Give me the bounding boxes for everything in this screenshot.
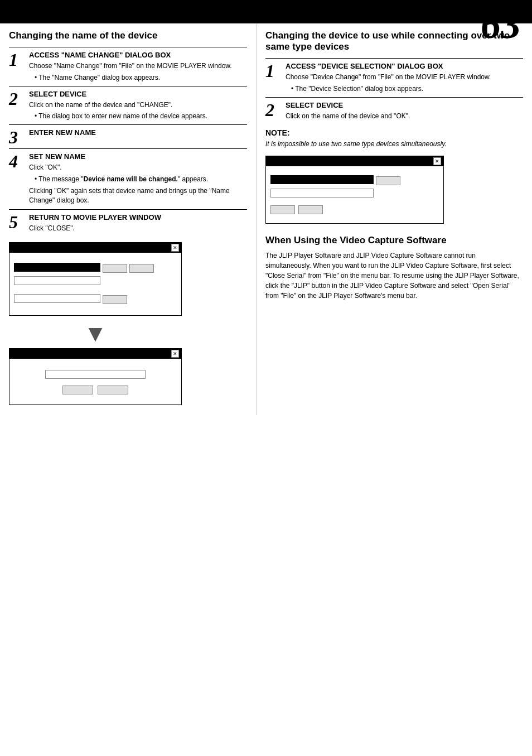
right-step-1-body: Choose "Device Change" from "File" on th… <box>286 73 523 82</box>
step-5-number: 5 <box>9 213 25 231</box>
top-bar <box>0 0 532 23</box>
step-1-content: ACCESS "NAME CHANGE" DIALOG BOX Choose "… <box>29 51 247 84</box>
fake-listbox-1[interactable] <box>14 263 100 272</box>
dialog-row-1 <box>14 263 177 274</box>
dialog-titlebar-2: ✕ <box>9 349 181 359</box>
fake-btn-right-3[interactable] <box>298 205 323 214</box>
left-column: Changing the name of the device 1 ACCESS… <box>0 23 257 415</box>
step-1: 1 ACCESS "NAME CHANGE" DIALOG BOX Choose… <box>9 47 247 84</box>
dialog-close-btn-right[interactable]: ✕ <box>433 157 441 165</box>
fake-btn-ok[interactable] <box>103 295 127 304</box>
step-5-content: RETURN TO MOVIE PLAYER WINDOW Click "CLO… <box>29 213 247 235</box>
step-3-content: ENTER NEW NAME <box>29 128 247 139</box>
right-step-2-number: 2 <box>265 101 281 119</box>
right-step-1-bullet-1: The "Device Selection" dialog box appear… <box>286 84 523 94</box>
step-5-heading: RETURN TO MOVIE PLAYER WINDOW <box>29 213 247 221</box>
dialog-row-2 <box>14 294 177 305</box>
right-column: Changing the device to use while connect… <box>257 23 532 415</box>
step-1-number: 1 <box>9 51 25 69</box>
fake-btn-right-2[interactable] <box>270 205 295 214</box>
step-2-bullet-1: The dialog box to enter new name of the … <box>29 112 247 121</box>
step-4-bullet-1: The message "Device name will be changed… <box>29 175 247 184</box>
dialog-body-right <box>266 166 443 223</box>
right-step-2: 2 SELECT DEVICE Click on the name of the… <box>265 97 523 123</box>
left-dialog-area: ✕ <box>9 242 247 408</box>
fake-input-right-1[interactable] <box>270 189 374 198</box>
note-title: NOTE: <box>265 128 523 137</box>
dialog-buttons-2 <box>62 386 128 394</box>
step-4: 4 SET NEW NAME Click "OK". The message "… <box>9 148 247 207</box>
arrow-down: ▼ <box>9 320 182 347</box>
dialog-inner-2 <box>14 370 177 394</box>
step-4-extra: Clicking "OK" again sets that device nam… <box>29 186 247 205</box>
note-body: It is impossible to use two same type de… <box>265 139 523 149</box>
right-step-1-number: 1 <box>265 62 281 80</box>
dialog-titlebar-right: ✕ <box>266 156 443 166</box>
dialog-body-1 <box>9 253 181 315</box>
fake-input-3[interactable] <box>45 370 146 379</box>
fake-input-1[interactable] <box>14 276 100 285</box>
step-5: 5 RETURN TO MOVIE PLAYER WINDOW Click "C… <box>9 209 247 235</box>
dialog-body-2 <box>9 359 181 405</box>
fake-btn-cancel[interactable] <box>98 386 128 394</box>
step-1-heading: ACCESS "NAME CHANGE" DIALOG BOX <box>29 51 247 59</box>
right-step-2-content: SELECT DEVICE Click on the name of the d… <box>286 101 523 123</box>
step-3: 3 ENTER NEW NAME <box>9 124 247 146</box>
right-step-1: 1 ACCESS "DEVICE SELECTION" DIALOG BOX C… <box>265 58 523 95</box>
step-3-number: 3 <box>9 128 25 146</box>
right-step-1-content: ACCESS "DEVICE SELECTION" DIALOG BOX Cho… <box>286 62 523 95</box>
dialog-row-right-1 <box>270 175 439 186</box>
step-5-body: Click "CLOSE". <box>29 224 247 233</box>
dialog-close-btn-2[interactable]: ✕ <box>171 350 179 358</box>
note-section: NOTE: It is impossible to use two same t… <box>265 128 523 149</box>
when-using-body: The JLIP Player Software and JLIP Video … <box>265 251 523 301</box>
step-2-body: Click on the name of the device and "CHA… <box>29 100 247 110</box>
step-4-heading: SET NEW NAME <box>29 152 247 161</box>
dialog-name-change-2: ✕ <box>9 348 182 405</box>
step-2-number: 2 <box>9 90 25 108</box>
fake-listbox-right[interactable] <box>270 175 374 184</box>
right-step-2-body: Click on the name of the device and "OK"… <box>286 112 523 121</box>
dialog-close-btn-1[interactable]: ✕ <box>171 244 179 252</box>
main-container: Changing the name of the device 1 ACCESS… <box>0 23 532 415</box>
step-4-number: 4 <box>9 152 25 170</box>
dialog-titlebar-1: ✕ <box>9 243 181 253</box>
dialog-buttons-right-bottom <box>270 205 439 214</box>
step-3-heading: ENTER NEW NAME <box>29 128 247 137</box>
fake-btn-change[interactable] <box>103 264 127 273</box>
fake-btn-right-1[interactable] <box>376 176 400 185</box>
page-number: 63 <box>481 4 521 45</box>
fake-btn-ok2[interactable] <box>62 386 93 394</box>
right-dialog-area: ✕ <box>265 156 523 224</box>
dialog-device-selection: ✕ <box>265 156 444 224</box>
dialog-name-change: ✕ <box>9 242 182 316</box>
step-4-content: SET NEW NAME Click "OK". The message "De… <box>29 152 247 207</box>
step-4-body: Click "OK". <box>29 163 247 172</box>
right-step-1-heading: ACCESS "DEVICE SELECTION" DIALOG BOX <box>286 62 523 70</box>
step-2: 2 SELECT DEVICE Click on the name of the… <box>9 86 247 123</box>
right-step-2-heading: SELECT DEVICE <box>286 101 523 109</box>
when-using-section: When Using the Video Capture Software Th… <box>265 235 523 301</box>
step-1-bullet-1: The "Name Change" dialog box appears. <box>29 73 247 83</box>
step-1-body: Choose "Name Change" from "File" on the … <box>29 61 247 71</box>
fake-input-2[interactable] <box>14 294 100 303</box>
when-using-title: When Using the Video Capture Software <box>265 235 523 246</box>
fake-btn-close[interactable] <box>129 264 154 273</box>
step-2-content: SELECT DEVICE Click on the name of the d… <box>29 90 247 123</box>
step-2-heading: SELECT DEVICE <box>29 90 247 98</box>
left-section-title: Changing the name of the device <box>9 30 247 41</box>
